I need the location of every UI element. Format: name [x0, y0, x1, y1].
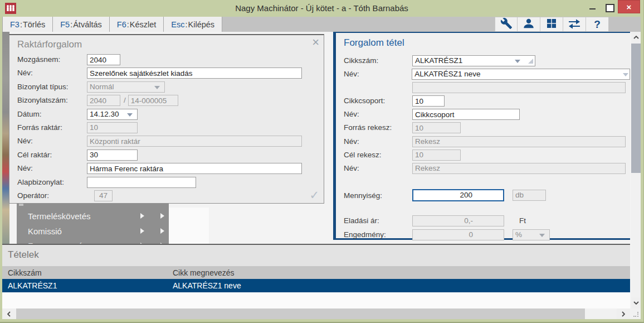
resize-grip-icon[interactable]: [528, 59, 533, 64]
cikkcsoport-nev-input[interactable]: [412, 109, 520, 120]
confirm-check-icon[interactable]: ✓: [309, 189, 319, 202]
forras-raktar-input: [87, 122, 138, 133]
horizontal-scrollbar[interactable]: [2, 308, 630, 319]
mozgasnem-input[interactable]: [87, 54, 120, 65]
chevron-left-icon: [7, 311, 11, 317]
field-label: Név:: [344, 109, 412, 118]
key-label: F5: [60, 20, 70, 29]
chevron-down-icon: [154, 86, 160, 92]
submenu-arrow-icon: [140, 213, 147, 219]
toolbar-button-kilepes[interactable]: Esc:Kilépés: [164, 17, 222, 32]
submenu-arrow-icon: [160, 228, 167, 234]
dialog-title: Raktárforgalom: [17, 39, 82, 50]
field-label: Cél raktár:: [17, 150, 87, 159]
tetelek-panel: Tételek Cikkszám Cikk megnevezés ALKATRÉ…: [2, 244, 630, 308]
settings-wrench-button[interactable]: [495, 17, 518, 32]
field-label: Név:: [17, 163, 87, 172]
field-label: [344, 82, 412, 83]
resize-grip-icon: [633, 312, 639, 317]
datum-select[interactable]: 14.12.30: [87, 109, 138, 120]
alapbizonylat-input[interactable]: [87, 177, 196, 188]
menu-item-komissio[interactable]: Komissió: [17, 224, 169, 238]
toolbar-button-atvaltas[interactable]: F5:Átváltás: [53, 17, 110, 32]
key-label: F3: [10, 20, 19, 29]
key-label: F6: [117, 20, 126, 29]
minimize-button[interactable]: [584, 0, 601, 13]
field-label: Cikkcsoport:: [344, 95, 412, 105]
scroll-left-button[interactable]: [2, 308, 16, 319]
field-label: Dátum:: [17, 109, 87, 118]
background-menu: Termeléskövetés Komissió Fuvarszervezés: [17, 200, 169, 244]
field-label: Név:: [344, 69, 412, 78]
user-button[interactable]: [518, 17, 540, 32]
panel-title: Forgalom tétel: [344, 37, 404, 49]
cikkszam-select[interactable]: ALKATRÉSZ1: [412, 55, 535, 66]
cikkcsoport-input[interactable]: [412, 95, 445, 107]
selected-value: ALKATRÉSZ1 neve: [414, 70, 480, 78]
cell-cikkszam: ALKATRÉSZ1: [2, 281, 173, 290]
transfer-arrows-icon: [568, 17, 581, 32]
title-bar: Nagy Machinátor - Új kötet - a - Tóth Ba…: [0, 0, 643, 17]
cel-raktar-nev-input[interactable]: [87, 163, 302, 174]
window-border-bottom: [0, 319, 644, 323]
maximize-button[interactable]: [601, 0, 618, 13]
table-row-selected[interactable]: ALKATRÉSZ1 ALKATRÉSZ1 neve: [2, 279, 630, 292]
window-border-left: [0, 17, 2, 323]
background-panel-fragment: [169, 208, 209, 244]
field-label: Bizonylatszám:: [17, 95, 87, 104]
column-header-cikk-megnevezes[interactable]: Cikk megnevezés: [173, 268, 630, 277]
table-header: Cikkszám Cikk megnevezés: [2, 266, 630, 279]
horizontal-scroll-thumb[interactable]: [16, 308, 585, 319]
field-label: Forrás rekesz:: [344, 122, 412, 132]
field-label: Mennyiség:: [344, 189, 412, 200]
field-label: Mozgásnem:: [17, 54, 87, 64]
user-icon: [523, 17, 535, 32]
vertical-scroll-thumb[interactable]: [631, 44, 641, 173]
help-button[interactable]: ?: [586, 17, 609, 32]
field-label: Forrás raktár:: [17, 122, 87, 132]
apps-grid-button[interactable]: [540, 17, 563, 32]
menu-item-fuvarszervezes[interactable]: Fuvarszervezés: [17, 239, 169, 244]
chevron-down-icon: [623, 73, 628, 79]
currency-label: Ft: [519, 215, 526, 225]
engedmeny-input: [412, 229, 504, 240]
vertical-scrollbar[interactable]: [631, 32, 641, 308]
submenu-arrow-icon: [140, 228, 147, 234]
field-label: Operátor:: [17, 190, 87, 200]
mozgasnem-nev-input[interactable]: [87, 68, 302, 79]
column-header-cikkszam[interactable]: Cikkszám: [2, 268, 173, 277]
engedmeny-unit-select[interactable]: %: [513, 229, 550, 240]
eladasi-ar-input: [412, 215, 504, 226]
menu-item-label: Termeléskövetés: [28, 211, 91, 221]
scroll-up-button[interactable]: [631, 32, 641, 43]
forgalom-tetel-panel: Forgalom tétel Cikkszám: ALKATRÉSZ1 Név:…: [333, 32, 630, 240]
field-label: Alapbizonylat:: [17, 177, 87, 186]
dialog-close-icon[interactable]: ×: [312, 36, 319, 49]
cel-raktar-input[interactable]: [87, 150, 138, 161]
transfer-button[interactable]: [563, 17, 586, 32]
scroll-down-button[interactable]: [631, 297, 641, 308]
toolbar-button-torles[interactable]: F3:Törlés: [2, 17, 53, 32]
mennyiseg-input[interactable]: [412, 189, 504, 201]
bizonylatszam-prefix-input: [87, 95, 120, 106]
field-label: Név:: [344, 163, 412, 172]
field-label: Név:: [17, 136, 87, 145]
scroll-right-button[interactable]: [617, 308, 630, 319]
cel-rekesz-nev-input: [412, 163, 626, 174]
close-icon: ×: [627, 2, 632, 12]
cikk-nev-select[interactable]: ALKATRÉSZ1 neve: [412, 69, 630, 80]
bizonylat-tipus-select[interactable]: Normál: [87, 81, 165, 93]
menu-item-label: Komissió: [28, 226, 62, 236]
close-button[interactable]: ×: [618, 0, 640, 13]
chevron-up-icon: [633, 36, 639, 39]
app-window: Nagy Machinátor - Új kötet - a - Tóth Ba…: [0, 0, 644, 323]
chevron-down-icon: [515, 60, 520, 66]
help-icon: ?: [594, 18, 601, 31]
toolbar: F3:Törlés F5:Átváltás F6:Készlet Esc:Kil…: [2, 17, 641, 32]
cell-cikk-nev: ALKATRÉSZ1 neve: [173, 281, 630, 290]
toolbar-button-keszlet[interactable]: F6:Készlet: [110, 17, 164, 32]
resize-grip[interactable]: [630, 308, 641, 319]
menu-item-termeleskovetes[interactable]: Termeléskövetés: [17, 209, 169, 223]
chevron-down-icon: [633, 301, 639, 305]
selected-value: 14.12.30: [90, 110, 119, 118]
